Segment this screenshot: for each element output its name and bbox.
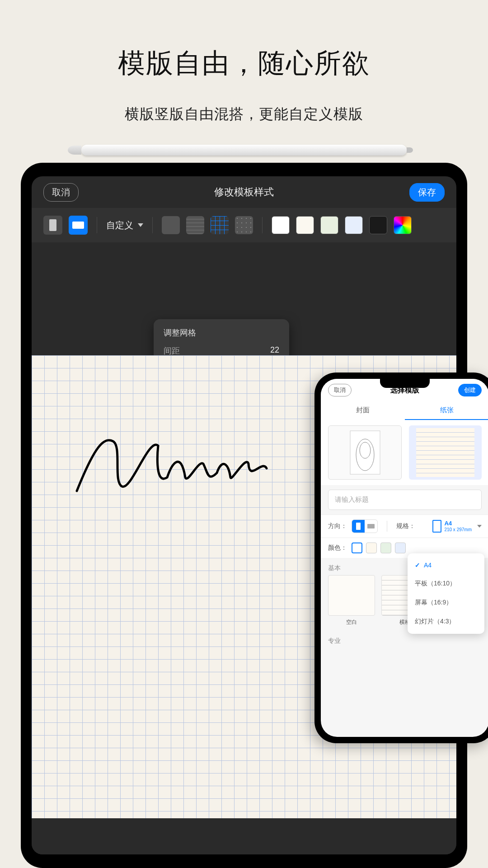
spec-size: 210 x 297mm — [444, 527, 472, 532]
apple-pencil-illustration — [81, 145, 407, 156]
car-sketch-icon — [349, 430, 381, 475]
color-white[interactable] — [352, 542, 362, 553]
color-green[interactable] — [380, 542, 391, 553]
headline: 模版自由，随心所欲 — [0, 0, 488, 82]
template-blank[interactable]: 空白 — [328, 575, 375, 626]
spacing-label: 间距 — [164, 345, 180, 356]
spec-option-tablet[interactable]: 平板（16:10） — [408, 574, 484, 593]
tab-paper[interactable]: 纸张 — [405, 401, 488, 420]
preview-row — [321, 420, 488, 485]
divider — [152, 217, 153, 233]
custom-size-dropdown[interactable]: 自定义 — [106, 219, 143, 231]
tablet-toolbar: 自定义 — [32, 208, 456, 242]
orientation-portrait-option[interactable] — [352, 520, 365, 533]
bg-pattern-lines[interactable] — [186, 216, 204, 234]
color-swatches — [352, 542, 406, 553]
spacing-value: 22 — [270, 345, 279, 356]
color-blue[interactable] — [395, 542, 406, 553]
phone-notch — [380, 379, 430, 388]
orientation-segmented[interactable] — [352, 519, 378, 533]
popover-title: 调整网格 — [164, 327, 279, 338]
divider — [387, 521, 387, 532]
cancel-button[interactable]: 取消 — [43, 183, 79, 202]
chevron-down-icon — [138, 223, 143, 227]
spec-option-screen[interactable]: 屏幕（16:9） — [408, 593, 484, 612]
bg-pattern-grid[interactable] — [211, 216, 229, 234]
spec-name: A4 — [444, 520, 472, 527]
color-row: 颜色： ✓A4 平板（16:10） 屏幕（16:9） 幻灯片（4:3） — [321, 538, 488, 558]
check-icon: ✓ — [415, 561, 420, 569]
bg-color-black[interactable] — [369, 216, 387, 234]
spec-option-a4[interactable]: ✓A4 — [408, 556, 484, 574]
orientation-landscape-icon[interactable] — [69, 216, 88, 235]
bg-color-blue[interactable] — [345, 216, 363, 234]
svg-rect-0 — [350, 431, 380, 474]
orientation-portrait-icon[interactable] — [43, 216, 62, 235]
orientation-label: 方向： — [328, 522, 347, 530]
divider — [97, 217, 97, 233]
bg-pattern-dots[interactable] — [235, 216, 253, 234]
color-cream[interactable] — [366, 542, 377, 553]
phone-screen: 取消 选择模版 创建 封面 纸张 请输入标题 方向： — [321, 379, 488, 737]
chevron-down-icon — [477, 525, 482, 528]
phone-tabs: 封面 纸张 — [321, 401, 488, 420]
cover-preview[interactable] — [328, 425, 402, 480]
phone-cancel-button[interactable]: 取消 — [328, 384, 352, 396]
tablet-header: 取消 修改模板样式 保存 — [32, 176, 456, 208]
phone-create-button[interactable]: 创建 — [458, 384, 482, 396]
orientation-spec-row: 方向： 规格： A4 210 x 297mm — [321, 514, 488, 538]
save-button[interactable]: 保存 — [409, 183, 445, 202]
title-input[interactable]: 请输入标题 — [328, 490, 482, 510]
spec-label: 规格： — [396, 522, 415, 530]
bg-color-cream[interactable] — [296, 216, 314, 234]
page-icon — [432, 520, 441, 533]
bg-pattern-solid[interactable] — [162, 216, 180, 234]
paper-preview[interactable] — [409, 425, 482, 480]
spec-dropdown-menu: ✓A4 平板（16:10） 屏幕（16:9） 幻灯片（4:3） — [408, 553, 484, 634]
tablet-title: 修改模板样式 — [214, 185, 274, 199]
color-label: 颜色： — [328, 544, 347, 552]
bg-color-white[interactable] — [272, 216, 290, 234]
divider — [262, 217, 263, 233]
orientation-landscape-option[interactable] — [365, 520, 377, 533]
custom-size-label: 自定义 — [106, 219, 133, 231]
spec-option-slide[interactable]: 幻灯片（4:3） — [408, 612, 484, 631]
tablet-footer — [32, 818, 456, 854]
template-blank-label: 空白 — [346, 618, 357, 626]
phone-frame: 取消 选择模版 创建 封面 纸张 请输入标题 方向： — [314, 373, 488, 743]
bg-color-green[interactable] — [320, 216, 338, 234]
bg-color-custom[interactable] — [394, 216, 412, 234]
spec-dropdown-button[interactable]: A4 210 x 297mm — [432, 520, 482, 533]
tab-cover[interactable]: 封面 — [321, 401, 405, 420]
handwriting-sample — [68, 419, 339, 509]
subheadline: 横版竖版自由混搭，更能自定义模版 — [0, 82, 488, 124]
